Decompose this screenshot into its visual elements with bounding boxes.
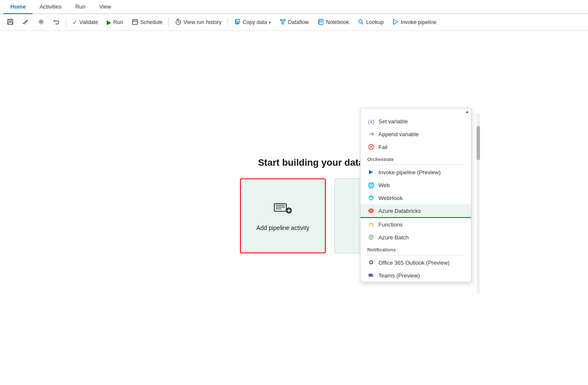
run-icon: ▶ (107, 19, 111, 25)
dropdown-item-functions[interactable]: Functions (360, 218, 471, 231)
separator-3 (228, 18, 228, 27)
dropdown-item-azure-databricks[interactable]: Azure Databricks (360, 204, 471, 218)
svg-rect-24 (369, 274, 372, 277)
save-button[interactable] (3, 17, 17, 28)
dropdown-item-append-variable[interactable]: Append variable (360, 128, 471, 140)
dropdown-item-teams[interactable]: Teams (Preview) (360, 269, 471, 282)
add-activity-label: Add pipeline activity (256, 224, 309, 231)
dropdown-item-azure-batch[interactable]: Azure Batch (360, 231, 471, 244)
dataflow-button[interactable]: Dataflow (276, 17, 312, 28)
tab-activities[interactable]: Activities (33, 0, 68, 14)
edit-button[interactable] (19, 17, 33, 28)
tab-run[interactable]: Run (68, 0, 92, 14)
add-activity-card[interactable]: Add pipeline activity (240, 178, 326, 253)
dropdown-item-fail[interactable]: Fail (360, 140, 471, 153)
invoke-label: Invoke pipeline (401, 19, 436, 25)
validate-label: Validate (79, 19, 98, 25)
validate-icon: ✓ (72, 19, 78, 25)
svg-marker-14 (393, 19, 398, 24)
azure-batch-label: Azure Batch (378, 234, 409, 241)
notebook-button[interactable]: Notebook (314, 17, 353, 28)
dataflow-icon (279, 18, 286, 26)
webhook-icon (367, 194, 375, 202)
notebook-label: Notebook (326, 19, 349, 25)
section-notifications: Notifications (360, 244, 471, 254)
dropdown-item-invoke-pipeline[interactable]: Invoke pipeline (Preview) (360, 166, 471, 179)
web-icon: 🌐 (367, 181, 375, 189)
svg-point-23 (369, 235, 373, 239)
schedule-button[interactable]: Schedule (128, 17, 166, 28)
scroll-up-indicator: ▲ (360, 108, 471, 115)
invoke-pipeline-icon (367, 168, 375, 176)
azure-databricks-label: Azure Databricks (378, 208, 421, 214)
tab-view[interactable]: View (92, 0, 118, 14)
web-label: Web (378, 182, 390, 188)
undo-icon (53, 18, 60, 26)
canvas-area: Start building your data pipeline Add pi… (0, 31, 588, 379)
lookup-label: Lookup (366, 19, 384, 25)
divider-orchestrate (367, 164, 464, 165)
copy-data-icon (234, 18, 241, 26)
invoke-icon (392, 18, 399, 26)
append-variable-icon (367, 130, 375, 138)
svg-rect-2 (8, 22, 12, 24)
copy-data-label: Copy data (243, 19, 267, 25)
edit-icon (22, 18, 29, 26)
functions-icon (367, 221, 375, 228)
dataflow-label: Dataflow (288, 19, 309, 25)
invoke-pipeline-label: Invoke pipeline (Preview) (378, 169, 441, 176)
tab-home[interactable]: Home (3, 0, 33, 14)
svg-point-22 (371, 199, 372, 200)
dropdown-item-webhook[interactable]: WebHook (360, 191, 471, 204)
schedule-icon (132, 18, 138, 26)
nav-tabs: Home Activities Run View (0, 0, 588, 14)
azure-databricks-icon (367, 207, 375, 215)
svg-rect-12 (318, 20, 319, 24)
schedule-label: Schedule (140, 19, 162, 25)
toolbar: ✓ Validate ▶ Run Schedule View run histo… (0, 14, 588, 31)
fail-icon (367, 143, 375, 151)
set-variable-label: Set variable (378, 118, 408, 125)
section-orchestrate: Orchestrate (360, 153, 471, 164)
run-button[interactable]: ▶ Run (103, 18, 126, 27)
office365-label: Office 365 Outlook (Preview) (378, 260, 450, 266)
svg-rect-1 (9, 19, 12, 21)
undo-button[interactable] (50, 17, 63, 28)
set-variable-icon: (x) (367, 117, 375, 125)
add-activity-icon (273, 200, 292, 219)
gear-icon (38, 18, 45, 26)
dropdown-item-web[interactable]: 🌐 Web (360, 179, 471, 191)
lookup-button[interactable]: Lookup (354, 17, 387, 28)
svg-rect-11 (319, 19, 323, 24)
activity-dropdown: ▲ (x) Set variable Append variable (360, 108, 471, 282)
history-button[interactable]: View run history (171, 17, 225, 28)
settings-button[interactable] (34, 17, 48, 28)
history-label: View run history (183, 19, 222, 25)
teams-label: Teams (Preview) (378, 272, 420, 279)
lookup-icon (357, 18, 364, 26)
run-label: Run (113, 19, 123, 25)
svg-marker-20 (369, 170, 373, 174)
invoke-button[interactable]: Invoke pipeline (389, 17, 440, 28)
svg-point-10 (282, 23, 284, 24)
copy-data-button[interactable]: Copy data ▾ (231, 17, 274, 28)
functions-label: Functions (378, 221, 402, 228)
svg-point-3 (40, 21, 42, 23)
append-variable-label: Append variable (378, 131, 419, 137)
webhook-label: WebHook (378, 195, 403, 201)
notebook-icon (318, 18, 324, 26)
dropdown-scrollbar-track (477, 113, 480, 293)
svg-rect-4 (132, 20, 138, 24)
dropdown-scrollbar-thumb[interactable] (477, 126, 480, 160)
dropdown-scroll[interactable]: (x) Set variable Append variable (360, 115, 471, 282)
scroll-up-arrow[interactable]: ▲ (465, 109, 469, 114)
separator-2 (168, 18, 169, 27)
teams-icon (367, 272, 375, 279)
dropdown-item-office365[interactable]: O Office 365 Outlook (Preview) (360, 256, 471, 269)
dropdown-item-set-variable[interactable]: (x) Set variable (360, 115, 471, 128)
divider-notifications (367, 255, 464, 255)
separator-1 (66, 18, 66, 27)
copy-data-chevron[interactable]: ▾ (269, 20, 271, 25)
history-icon (175, 18, 182, 26)
validate-button[interactable]: ✓ Validate (69, 18, 102, 27)
